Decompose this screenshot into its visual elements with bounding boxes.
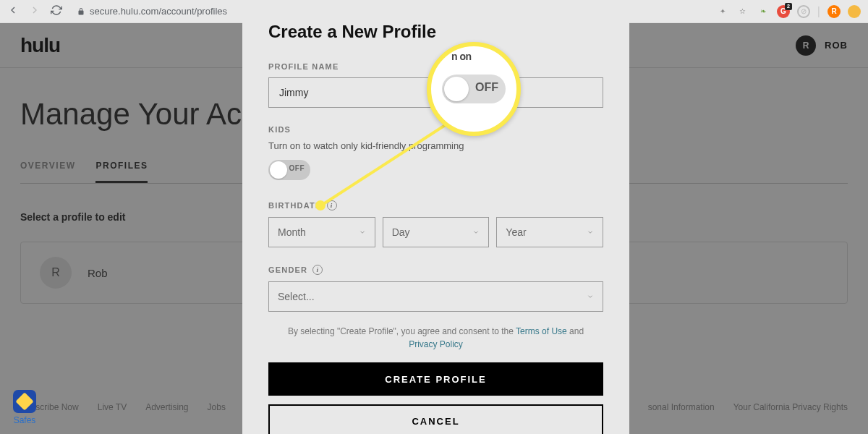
create-profile-button[interactable]: CREATE PROFILE xyxy=(268,362,603,396)
profile-name-input[interactable] xyxy=(268,77,603,108)
create-profile-modal: Create a New Profile PROFILE NAME KIDS T… xyxy=(242,0,629,434)
terms-link[interactable]: Terms of Use xyxy=(516,326,567,336)
month-select[interactable]: Month xyxy=(268,217,375,247)
extension-circle-icon[interactable] xyxy=(848,5,861,18)
consent-text: By selecting "Create Profile", you agree… xyxy=(283,325,589,351)
toggle-state-label: OFF xyxy=(289,164,305,172)
kids-label: KIDS xyxy=(268,125,603,134)
chevron-down-icon xyxy=(472,229,480,236)
extension-icon[interactable]: ✦ xyxy=(716,5,729,18)
back-icon[interactable] xyxy=(7,4,19,19)
kids-description: Turn on to watch only kid-friendly progr… xyxy=(268,140,603,151)
day-select[interactable]: Day xyxy=(383,217,490,247)
extension-badge-icon[interactable]: 2G xyxy=(777,5,790,18)
url-text: secure.hulu.com/account/profiles xyxy=(90,6,227,17)
chevron-down-icon xyxy=(587,293,594,300)
reload-icon[interactable] xyxy=(51,4,62,19)
safes-icon xyxy=(13,390,36,413)
info-icon[interactable]: i xyxy=(327,200,337,210)
safes-label: Safes xyxy=(13,415,36,425)
info-icon[interactable]: i xyxy=(312,265,323,275)
cancel-button[interactable]: CANCEL xyxy=(268,404,603,434)
gender-label: GENDER i xyxy=(268,265,603,275)
address-bar[interactable]: secure.hulu.com/account/profiles xyxy=(77,6,227,17)
chevron-down-icon xyxy=(587,229,594,236)
profile-name-label: PROFILE NAME xyxy=(268,62,603,71)
privacy-link[interactable]: Privacy Policy xyxy=(409,339,463,349)
chevron-down-icon xyxy=(359,229,366,236)
extension-evernote-icon[interactable]: ❧ xyxy=(757,5,770,18)
year-select[interactable]: Year xyxy=(496,217,603,247)
browser-profile-avatar[interactable]: R xyxy=(827,5,841,18)
gender-select[interactable]: Select... xyxy=(268,281,603,312)
extension-block-icon[interactable]: ⊘ xyxy=(797,5,810,18)
modal-title: Create a New Profile xyxy=(268,22,603,42)
toggle-knob xyxy=(270,161,287,179)
kids-toggle[interactable]: OFF xyxy=(268,160,310,180)
annotation-dot xyxy=(315,200,326,210)
safes-badge[interactable]: Safes xyxy=(13,390,36,425)
star-icon[interactable]: ☆ xyxy=(736,5,749,18)
lock-icon xyxy=(77,7,85,16)
forward-icon[interactable] xyxy=(29,4,41,19)
